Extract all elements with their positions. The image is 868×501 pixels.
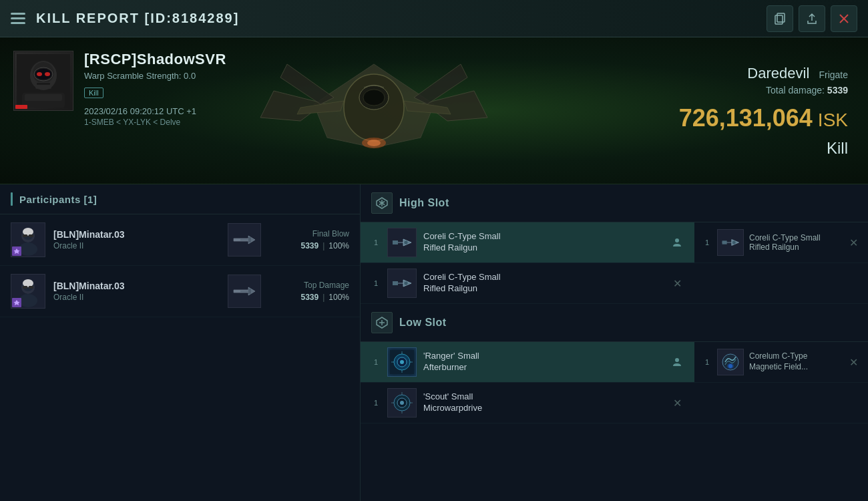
svg-rect-37 [23,286,27,289]
avatar [13,51,73,111]
header: KILL REPORT [ID:8184289] [0,0,868,37]
svg-rect-1 [777,13,785,22]
svg-point-9 [37,72,42,76]
svg-point-10 [45,72,50,76]
high-slot-title: High Slot [399,197,449,209]
participant-weapon [228,275,261,308]
low-slot-header: Low Slot [361,304,868,342]
svg-point-35 [19,294,37,307]
item-name-right: Corelum C-TypeMagnetic Field... [749,351,841,372]
participants-title: Participants [1] [19,194,97,205]
item-name: Coreli C-Type SmallRifled Railgun [423,231,664,254]
participant-avatar [11,274,45,309]
item-icon [387,388,417,418]
svg-marker-40 [14,300,20,305]
high-slot-header: High Slot [361,184,868,222]
item-icon-right [717,349,744,375]
participant-name: [BLN]Minatar.03 [53,229,220,240]
svg-point-50 [732,240,736,244]
participant-info: [BLN]Minatar.03 Oracle II [53,229,220,251]
hero-stats: Daredevil Frigate Total damage: 5339 726… [628,37,868,184]
close-icon[interactable]: ✕ [670,277,684,290]
fit-panel: High Slot 1 Coreli C-Type SmallRifled Ra… [361,184,868,501]
rank-badge [12,246,21,256]
low-slot-item-2: 1 'Scout' SmallMicrowarpdrive [361,383,694,423]
participant-avatar [11,222,45,257]
person-icon [670,355,684,369]
item-name: Coreli C-Type SmallRifled Railgun [423,272,664,295]
item-qty: 1 [371,399,381,407]
svg-rect-14 [25,94,62,101]
high-slot-item-1: 1 Coreli C-Type SmallRifled Railgun [361,222,694,263]
rank-badge [12,298,21,307]
person-icon [670,236,684,249]
total-damage: Total damage: 5339 [766,85,848,96]
item-name: 'Scout' SmallMicrowarpdrive [423,391,664,414]
participant-ship: Oracle II [53,293,220,302]
item-icon-right [717,229,744,256]
svg-rect-49 [722,240,727,244]
ship-class: Frigate [819,69,848,80]
kill-badge: Kill [84,88,103,98]
hero-banner: [RSCP]ShadowSVR Warp Scramble Strength: … [0,37,868,184]
item-qty: 1 [371,238,381,246]
svg-rect-43 [248,289,251,294]
low-slot-item-1: 1 'Ranger' SmallAfterb [361,342,694,382]
share-button[interactable] [799,5,825,32]
svg-point-72 [400,401,404,405]
svg-rect-25 [23,234,27,237]
high-slot-item-2: 1 Coreli C-Type SmallRifled Railgun ✕ [361,263,694,303]
svg-point-47 [675,238,679,242]
participant-row: [BLN]Minatar.03 Oracle II Top Damage 533… [0,266,360,317]
close-icon[interactable]: ✕ [847,355,860,369]
svg-point-46 [404,240,408,244]
isk-label: ISK [818,110,848,131]
page-title: KILL REPORT [ID:8184289] [36,11,767,26]
item-name-right: Coreli C-Type Small Rifled Railgun [749,233,841,252]
close-icon[interactable]: ✕ [670,396,684,409]
menu-icon[interactable] [11,13,25,24]
isk-value: 726,131,064 [679,106,813,130]
main-content: Participants [1] [0,184,868,501]
item-name: 'Ranger' SmallAfterburner [423,351,664,373]
high-slot-row-2: 1 Coreli C-Type SmallRifled Railgun ✕ [361,263,868,304]
close-button[interactable] [831,5,857,32]
result-label: Kill [827,139,848,158]
svg-point-53 [404,281,408,285]
participant-name: [BLN]Minatar.03 [53,281,220,291]
svg-rect-31 [248,237,251,242]
svg-rect-12 [37,83,50,85]
svg-point-17 [367,140,381,146]
svg-rect-42 [234,290,240,293]
participant-ship: Oracle II [53,241,220,251]
svg-point-23 [19,242,37,256]
header-actions [767,5,857,32]
low-slot-row-2: 1 'Scout' SmallMicrowarpdrive [361,383,868,424]
low-slot-item-1-right: 1 Corelum C-TypeMagnetic Field... ✕ [694,342,868,382]
svg-point-19 [363,90,385,106]
section-bar [11,192,13,206]
low-slot-row-1: 1 'Ranger' SmallAfterb [361,342,868,383]
svg-rect-45 [393,240,398,244]
item-icon [387,269,417,298]
item-qty: 1 [371,358,381,366]
corp-badge [15,105,27,109]
participant-row: [BLN]Minatar.03 Oracle II Final Blow [0,214,360,266]
low-slot-title: Low Slot [399,317,447,329]
participants-header: Participants [1] [0,184,360,214]
svg-rect-0 [775,15,783,24]
low-slot-icon [371,312,393,333]
ship-name: Daredevil Frigate [747,65,848,82]
high-slot-empty-right [694,263,868,303]
svg-rect-52 [393,281,398,285]
participant-weapon [228,223,261,257]
isk-row: 726,131,064 ISK [679,101,848,131]
copy-button[interactable] [767,5,793,32]
item-icon [387,347,417,377]
high-slot-row-1: 1 Coreli C-Type SmallRifled Railgun [361,222,868,263]
svg-marker-28 [14,248,20,254]
close-icon[interactable]: ✕ [847,236,860,249]
item-qty: 1 [371,279,381,287]
ship-image [234,37,514,184]
svg-rect-38 [29,286,33,289]
